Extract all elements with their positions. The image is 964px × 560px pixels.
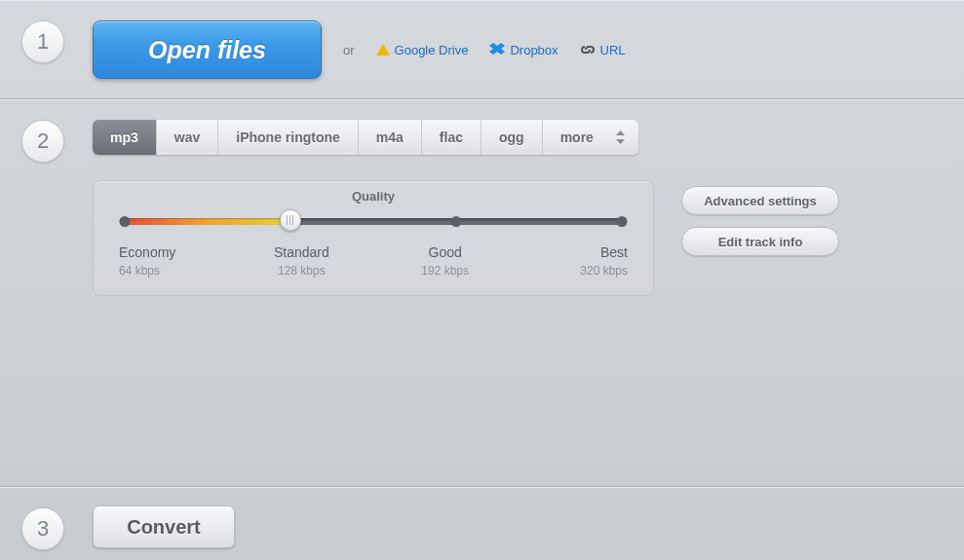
quality-labels: Economy 64 kbps Standard 128 kbps Good 1… — [119, 244, 628, 278]
url-link[interactable]: URL — [580, 43, 626, 57]
quality-level-good: Good 192 kbps — [406, 244, 484, 278]
dropbox-label: Dropbox — [510, 43, 558, 57]
google-drive-label: Google Drive — [395, 43, 469, 57]
quality-slider[interactable] — [125, 213, 622, 229]
google-drive-link[interactable]: Google Drive — [376, 43, 469, 57]
step-number-1: 1 — [21, 20, 64, 63]
slider-fill — [125, 218, 290, 225]
tab-wav-label: wav — [174, 130, 200, 145]
quality-rate: 192 kbps — [406, 264, 484, 278]
tab-ogg-label: ogg — [499, 130, 524, 145]
tab-flac-label: flac — [440, 130, 463, 145]
convert-label: Convert — [127, 516, 201, 539]
side-buttons: Advanced settings Edit track info — [681, 186, 839, 256]
dropbox-link[interactable]: Dropbox — [489, 43, 558, 57]
quality-level-standard: Standard 128 kbps — [262, 244, 340, 278]
quality-rate: 320 kbps — [550, 264, 628, 278]
quality-level-best: Best 320 kbps — [550, 244, 628, 278]
slider-thumb[interactable] — [280, 209, 301, 231]
dropbox-icon — [489, 43, 505, 56]
google-drive-icon — [376, 44, 390, 56]
url-icon — [580, 43, 596, 56]
convert-button[interactable]: Convert — [93, 505, 235, 548]
step-2-section: 2 mp3 wav iPhone ringtone m4a flac ogg m… — [0, 99, 964, 487]
quality-panel: Quality Economy 64 kbps Standard 128 kbp… — [93, 180, 654, 296]
tab-ogg[interactable]: ogg — [482, 120, 543, 155]
open-files-button[interactable]: Open files — [93, 20, 322, 79]
tab-mp3-label: mp3 — [110, 130, 138, 145]
step-3-section: 3 Convert — [0, 487, 964, 560]
quality-name: Standard — [262, 244, 340, 260]
advanced-settings-button[interactable]: Advanced settings — [681, 186, 839, 215]
quality-rate: 128 kbps — [262, 264, 340, 278]
tab-iphone-ringtone-label: iPhone ringtone — [236, 130, 340, 145]
step-number-3: 3 — [21, 507, 64, 550]
quality-level-economy: Economy 64 kbps — [119, 244, 197, 278]
tab-mp3[interactable]: mp3 — [93, 120, 157, 155]
edit-track-info-label: Edit track info — [718, 235, 803, 249]
or-label: or — [343, 43, 355, 57]
tab-iphone-ringtone[interactable]: iPhone ringtone — [218, 120, 359, 155]
dropdown-icon — [616, 131, 625, 144]
tab-flac[interactable]: flac — [422, 120, 482, 155]
format-tabs: mp3 wav iPhone ringtone m4a flac ogg mor… — [93, 120, 638, 155]
quality-title: Quality — [119, 189, 628, 204]
slider-tick-best — [617, 216, 628, 227]
open-files-label: Open files — [148, 36, 266, 64]
quality-rate: 64 kbps — [119, 264, 197, 278]
quality-name: Good — [406, 244, 484, 260]
tab-m4a-label: m4a — [376, 130, 404, 145]
advanced-settings-label: Advanced settings — [704, 194, 817, 208]
tab-m4a[interactable]: m4a — [359, 120, 422, 155]
quality-name: Economy — [119, 244, 197, 260]
tab-more[interactable]: more — [543, 120, 638, 155]
url-label: URL — [600, 43, 626, 57]
slider-tick-good — [450, 216, 461, 227]
step-1-section: 1 Open files or Google Drive Dropbox URL — [0, 0, 964, 99]
tab-wav[interactable]: wav — [157, 120, 218, 155]
edit-track-info-button[interactable]: Edit track info — [681, 227, 839, 256]
tab-more-label: more — [560, 130, 594, 145]
quality-name: Best — [550, 244, 628, 260]
slider-tick-economy — [120, 216, 131, 227]
step-number-2: 2 — [21, 120, 64, 163]
